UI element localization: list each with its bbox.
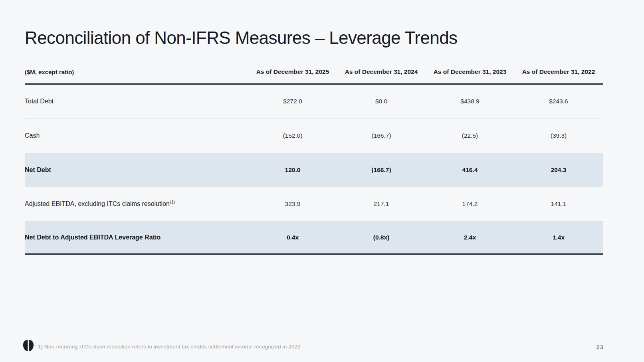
table-row: Adjusted EBITDA, excluding ITCs claims r… bbox=[25, 187, 603, 222]
cell-value-r1-c2: (22.5) bbox=[426, 132, 514, 139]
row-label-text: Total Debt bbox=[25, 98, 54, 105]
row-label-text: Adjusted EBITDA, excluding ITCs claims r… bbox=[25, 201, 170, 208]
column-header-3: As of December 31, 2022 bbox=[514, 68, 603, 75]
cell-value-r2-c2: 416.4 bbox=[426, 166, 514, 174]
cell-value-r1-c3: (39.3) bbox=[514, 132, 603, 139]
cell-value-r4-c1: (0.8x) bbox=[337, 234, 426, 241]
row-label: Net Debt to Adjusted EBITDA Leverage Rat… bbox=[25, 234, 248, 241]
cell-value-r4-c3: 1.4x bbox=[514, 234, 603, 241]
row-label: Net Debt bbox=[25, 166, 248, 174]
cell-value-r3-c0: 323.9 bbox=[248, 200, 337, 208]
cell-value-r0-c1: $0.0 bbox=[337, 98, 426, 105]
cell-value-r1-c1: (166.7) bbox=[337, 132, 426, 139]
cell-value-r3-c3: 141.1 bbox=[514, 200, 603, 208]
page-number: 23 bbox=[596, 344, 604, 350]
cell-value-r2-c1: (166.7) bbox=[337, 166, 426, 174]
unit-label: ($M, except ratio) bbox=[25, 69, 248, 75]
company-logo-icon bbox=[22, 338, 35, 352]
row-label: Adjusted EBITDA, excluding ITCs claims r… bbox=[25, 200, 248, 208]
cell-value-r0-c2: $438.9 bbox=[426, 98, 514, 105]
table-row: Total Debt $272.0$0.0$438.9$243.6 bbox=[25, 85, 603, 119]
cell-value-r2-c3: 204.3 bbox=[514, 166, 603, 174]
page-title: Reconciliation of Non-IFRS Measures – Le… bbox=[25, 28, 603, 48]
cell-value-r3-c1: 217.1 bbox=[337, 200, 426, 208]
cell-value-r3-c2: 174.2 bbox=[426, 200, 514, 208]
table-body: Total Debt $272.0$0.0$438.9$243.6 Cash (… bbox=[25, 85, 603, 255]
footnote-ref: (1) bbox=[170, 200, 175, 204]
cell-value-r4-c0: 0.4x bbox=[248, 234, 337, 241]
table-row: Net Debt to Adjusted EBITDA Leverage Rat… bbox=[25, 222, 603, 253]
row-label-text: Net Debt to Adjusted EBITDA Leverage Rat… bbox=[25, 234, 161, 241]
table-row: Cash (152.0)(166.7)(22.5)(39.3) bbox=[25, 119, 603, 153]
row-label: Cash bbox=[25, 132, 248, 139]
row-label: Total Debt bbox=[25, 98, 248, 105]
slide: Reconciliation of Non-IFRS Measures – Le… bbox=[0, 0, 644, 362]
cell-value-r0-c3: $243.6 bbox=[514, 98, 603, 105]
column-header-0: As of December 31, 2025 bbox=[248, 68, 337, 75]
cell-value-r2-c0: 120.0 bbox=[248, 166, 337, 174]
column-header-1: As of December 31, 2024 bbox=[337, 68, 426, 75]
cell-value-r1-c0: (152.0) bbox=[248, 132, 337, 139]
row-label-text: Net Debt bbox=[25, 166, 51, 173]
slide-content: Reconciliation of Non-IFRS Measures – Le… bbox=[25, 0, 603, 255]
cell-value-r0-c0: $272.0 bbox=[248, 98, 337, 105]
column-header-2: As of December 31, 2023 bbox=[426, 68, 514, 75]
table-row: Net Debt 120.0(166.7)416.4204.3 bbox=[25, 153, 603, 187]
footnote-text: 1) Non-recurring ITCs claim resolution r… bbox=[38, 344, 301, 350]
cell-value-r4-c2: 2.4x bbox=[426, 234, 514, 241]
table-header-row: ($M, except ratio) As of December 31, 20… bbox=[25, 68, 603, 85]
row-label-text: Cash bbox=[25, 132, 40, 139]
